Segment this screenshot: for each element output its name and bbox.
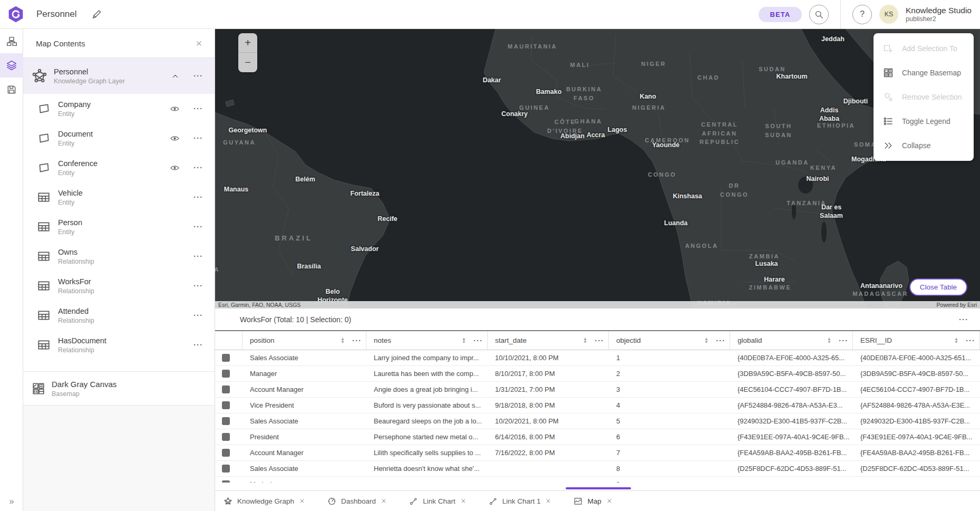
layer-row[interactable]: Company Entity: [23, 94, 215, 123]
table-row: PresidentPersephone started new metal o.…: [215, 429, 980, 445]
layer-type: Relationship: [58, 287, 94, 295]
data-model-icon: [6, 36, 17, 47]
layer-row[interactable]: Owns Relationship: [23, 242, 215, 271]
view-tab-icon: [327, 497, 336, 506]
map-country-label: MAURITANIA: [508, 42, 557, 51]
row-checkbox[interactable]: [222, 354, 230, 362]
expand-rail-button[interactable]: »: [0, 496, 23, 507]
layer-row[interactable]: Attended Relationship: [23, 301, 215, 330]
visibility-eye-icon[interactable]: [170, 163, 180, 173]
map-country-label: CENTRAL AFRICAN REPUBLIC: [700, 120, 740, 147]
map-country-label: MADAGASCAR: [852, 290, 908, 298]
column-options-icon[interactable]: [966, 338, 975, 343]
row-checkbox[interactable]: [222, 401, 230, 409]
close-panel-icon[interactable]: [195, 40, 203, 47]
table-options-icon[interactable]: [959, 317, 968, 322]
view-tab[interactable]: Link Chart: [409, 497, 467, 506]
column-options-icon[interactable]: [473, 338, 483, 343]
row-checkbox[interactable]: [222, 417, 230, 425]
layer-name: Owns: [58, 248, 94, 256]
map-country-label: GUINEA: [519, 103, 550, 112]
basemap-row[interactable]: Dark Gray Canvas Basemap: [23, 372, 215, 406]
layer-row[interactable]: WorksFor Relationship: [23, 271, 215, 301]
column-options-icon[interactable]: [716, 338, 725, 343]
view-tab-bar: Knowledge Graph Dashboard Link Chart Lin…: [215, 490, 980, 511]
sort-icon[interactable]: ▲▼: [954, 338, 958, 344]
map-options-menu: Add Selection To Change Basemap Remove S…: [874, 33, 974, 161]
view-tab[interactable]: Knowledge Graph: [224, 497, 305, 506]
user-avatar[interactable]: KS: [879, 5, 898, 24]
layer-row[interactable]: Conference Entity: [23, 153, 215, 182]
help-button[interactable]: ?: [852, 5, 872, 24]
map-city-label: Djibouti: [843, 98, 868, 106]
zoom-in-button[interactable]: +: [238, 33, 257, 53]
row-checkbox[interactable]: [222, 449, 230, 457]
layer-options-icon[interactable]: [193, 283, 203, 288]
column-options-icon[interactable]: [839, 338, 848, 343]
row-checkbox[interactable]: [222, 385, 230, 393]
rail-data-model-button[interactable]: [0, 29, 23, 53]
view-tab[interactable]: Dashboard: [327, 497, 387, 506]
app-logo-icon[interactable]: [7, 5, 25, 23]
layer-row[interactable]: Person Entity: [23, 212, 215, 242]
column-header-objectid: objectid▲▼: [609, 331, 730, 350]
layer-options-icon[interactable]: [193, 224, 203, 229]
view-tab[interactable]: Link Chart 1: [489, 497, 552, 506]
close-tab-icon[interactable]: [299, 498, 305, 504]
layer-options-icon[interactable]: [193, 195, 203, 200]
row-checkbox[interactable]: [222, 433, 230, 441]
group-layer-row[interactable]: Personnel Knowledge Graph Layer: [23, 58, 215, 94]
close-tab-icon[interactable]: [606, 498, 613, 504]
column-options-icon[interactable]: [595, 338, 604, 343]
visibility-eye-icon[interactable]: [170, 104, 180, 114]
zoom-out-button[interactable]: −: [238, 53, 257, 72]
layer-row[interactable]: Document Entity: [23, 123, 215, 153]
layer-options-icon[interactable]: [193, 136, 203, 141]
layer-options-icon[interactable]: [193, 165, 203, 170]
row-checkbox[interactable]: [222, 480, 230, 483]
close-tab-icon[interactable]: [381, 498, 387, 504]
sort-icon[interactable]: ▲▼: [704, 338, 709, 344]
map-city-label: Nairobi: [806, 175, 829, 184]
view-tab[interactable]: Map: [574, 497, 612, 506]
edit-title-icon[interactable]: [92, 9, 102, 20]
menu-item[interactable]: Collapse: [874, 133, 974, 158]
sort-icon[interactable]: ▲▼: [827, 338, 831, 344]
close-table-button[interactable]: Close Table: [909, 278, 967, 296]
row-checkbox[interactable]: [222, 370, 230, 378]
menu-item[interactable]: Change Basemap: [874, 61, 974, 85]
basemap-land: [215, 29, 980, 308]
cell-notes: Persephone started new metal o...: [366, 433, 488, 441]
close-tab-icon[interactable]: [545, 498, 551, 504]
layer-row[interactable]: HasDocument Relationship: [23, 330, 215, 360]
layer-options-icon[interactable]: [193, 342, 203, 348]
map-country-label: BRAZIL: [275, 233, 313, 244]
collapse-group-icon[interactable]: [171, 72, 180, 81]
group-options-icon[interactable]: [193, 73, 203, 79]
layer-options-icon[interactable]: [193, 313, 203, 318]
table-row: Account ManagerLilith specifically sells…: [215, 445, 980, 461]
rail-layers-button[interactable]: [0, 53, 23, 78]
layer-options-icon[interactable]: [193, 254, 203, 259]
sort-icon[interactable]: ▲▼: [462, 338, 466, 344]
map-contents-panel: Map Contents Personnel Knowledge Graph L…: [23, 29, 215, 511]
map-country-label: BOLIVIA: [215, 265, 220, 274]
map-canvas[interactable]: JeddahDakarKhartoumBamakoKanoDjiboutiCon…: [215, 29, 980, 308]
menu-item[interactable]: Toggle Legend: [874, 109, 974, 133]
sort-icon[interactable]: ▲▼: [583, 338, 587, 344]
column-header-position: position▲▼: [242, 331, 366, 350]
account-menu[interactable]: Knowledge Studio publisher2: [906, 6, 972, 23]
layer-row[interactable]: Vehicle Entity: [23, 182, 215, 212]
attribute-table: WorksFor (Total: 10 | Selection: 0) posi…: [215, 308, 980, 490]
sort-icon[interactable]: ▲▼: [341, 338, 345, 344]
cell-notes: Larry joined the company to impr...: [366, 354, 488, 362]
cell-objectid: 2: [609, 370, 730, 378]
row-checkbox[interactable]: [222, 465, 230, 473]
search-button[interactable]: [809, 5, 829, 24]
visibility-eye-icon[interactable]: [170, 133, 180, 143]
rail-save-button[interactable]: [0, 78, 23, 102]
layer-options-icon[interactable]: [193, 106, 203, 111]
close-tab-icon[interactable]: [460, 498, 467, 504]
column-options-icon[interactable]: [352, 338, 362, 343]
horizontal-scrollbar-thumb[interactable]: [566, 487, 631, 489]
